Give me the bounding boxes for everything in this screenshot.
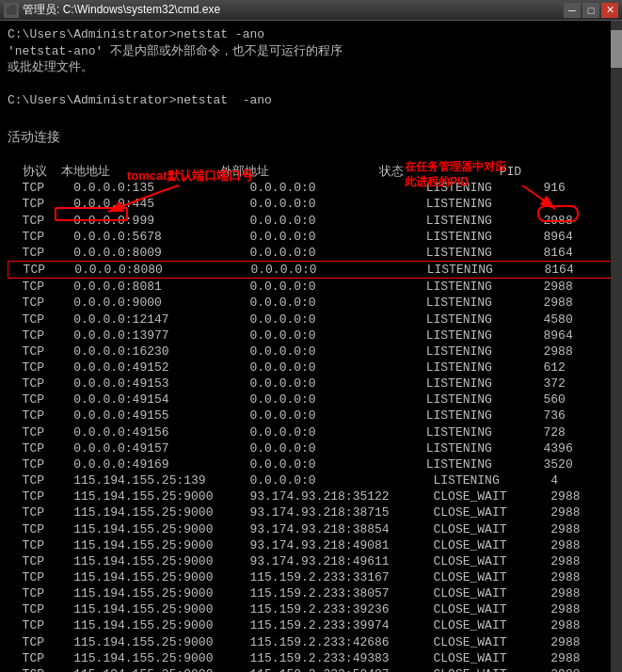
table-row: TCP 0.0.0.0:16230 0.0.0.0:0 LISTENING 29… xyxy=(8,344,614,360)
table-row: TCP 0.0.0.0:9000 0.0.0.0:0 LISTENING 298… xyxy=(8,295,614,311)
table-row: TCP 0.0.0.0:49156 0.0.0.0:0 LISTENING 72… xyxy=(8,424,614,440)
cmd-error-1: 'netstat-ano' 不是内部或外部命令，也不是可运行的程序 xyxy=(8,43,614,60)
scrollbar-thumb[interactable] xyxy=(611,30,622,68)
table-row: TCP 115.194.155.25:9000 93.174.93.218:35… xyxy=(8,488,614,504)
table-row: TCP 0.0.0.0:49169 0.0.0.0:0 LISTENING 35… xyxy=(8,456,614,472)
table-row: TCP 115.194.155.25:9000 93.174.93.218:49… xyxy=(8,537,614,553)
window-title: 管理员: C:\Windows\system32\cmd.exe xyxy=(23,2,220,18)
table-row: TCP 115.194.155.25:9000 93.174.93.218:38… xyxy=(8,521,614,537)
cmd-line-1: C:\Users\Administrator>netstat -ano xyxy=(8,26,614,43)
table-row: TCP 115.194.155.25:139 0.0.0.0:0 LISTENI… xyxy=(8,472,614,488)
cmd-body: C:\Users\Administrator>netstat -ano 'net… xyxy=(0,21,622,672)
title-bar: ⬛ 管理员: C:\Windows\system32\cmd.exe ─ □ ✕ xyxy=(0,0,622,21)
table-row: TCP 115.194.155.25:9000 115.159.2.233:33… xyxy=(8,569,614,585)
title-bar-left: ⬛ 管理员: C:\Windows\system32\cmd.exe xyxy=(4,2,220,18)
table-row: TCP 115.194.155.25:9000 115.159.2.233:50… xyxy=(8,666,614,672)
table-row: TCP 0.0.0.0:49155 0.0.0.0:0 LISTENING 73… xyxy=(8,408,614,424)
table-row: TCP 115.194.155.25:9000 115.159.2.233:38… xyxy=(8,585,614,601)
cmd-icon: ⬛ xyxy=(4,3,19,18)
table-row: TCP 0.0.0.0:12147 0.0.0.0:0 LISTENING 45… xyxy=(8,312,614,328)
maximize-button[interactable]: □ xyxy=(582,3,599,18)
netstat-table: TCP 0.0.0.0:135 0.0.0.0:0 LISTENING 916 … xyxy=(8,180,614,672)
table-row: TCP 115.194.155.25:9000 115.159.2.233:39… xyxy=(8,601,614,617)
table-row: TCP 115.194.155.25:9000 93.174.93.218:38… xyxy=(8,504,614,520)
table-row: TCP 0.0.0.0:49152 0.0.0.0:0 LISTENING 61… xyxy=(8,360,614,376)
active-connections-header: 活动连接 xyxy=(8,129,614,147)
column-header: 协议 本地地址 外部地址 状态 PID xyxy=(8,164,614,181)
table-row: TCP 0.0.0.0:8009 0.0.0.0:0 LISTENING 816… xyxy=(8,245,614,261)
blank-2 xyxy=(8,109,614,126)
close-button[interactable]: ✕ xyxy=(601,3,618,18)
table-row: TCP 0.0.0.0:13977 0.0.0.0:0 LISTENING 89… xyxy=(8,328,614,344)
table-row: TCP 0.0.0.0:999 0.0.0.0:0 LISTENING 2988 xyxy=(8,213,614,229)
blank-3 xyxy=(8,147,614,164)
blank-1 xyxy=(8,76,614,93)
table-row: TCP 115.194.155.25:9000 115.159.2.233:42… xyxy=(8,634,614,650)
title-bar-controls: ─ □ ✕ xyxy=(564,3,618,18)
table-row: TCP 0.0.0.0:49157 0.0.0.0:0 LISTENING 43… xyxy=(8,440,614,456)
table-row: TCP 0.0.0.0:5678 0.0.0.0:0 LISTENING 896… xyxy=(8,229,614,245)
table-row: TCP 0.0.0.0:445 0.0.0.0:0 LISTENING 4 xyxy=(8,196,614,212)
cmd-line-2: C:\Users\Administrator>netstat -ano xyxy=(8,92,614,109)
scrollbar[interactable] xyxy=(611,21,622,672)
table-row: TCP 115.194.155.25:9000 115.159.2.233:39… xyxy=(8,617,614,633)
table-row: TCP 0.0.0.0:8080 0.0.0.0:0 LISTENING 816… xyxy=(8,261,614,279)
table-row: TCP 115.194.155.25:9000 93.174.93.218:49… xyxy=(8,553,614,569)
table-row: TCP 0.0.0.0:49154 0.0.0.0:0 LISTENING 56… xyxy=(8,392,614,408)
table-row: TCP 0.0.0.0:49153 0.0.0.0:0 LISTENING 37… xyxy=(8,376,614,392)
table-row: TCP 0.0.0.0:135 0.0.0.0:0 LISTENING 916 xyxy=(8,180,614,196)
cmd-error-2: 或批处理文件。 xyxy=(8,59,614,76)
minimize-button[interactable]: ─ xyxy=(564,3,581,18)
window: ⬛ 管理员: C:\Windows\system32\cmd.exe ─ □ ✕… xyxy=(0,0,622,672)
table-row: TCP 0.0.0.0:8081 0.0.0.0:0 LISTENING 298… xyxy=(8,279,614,295)
table-row: TCP 115.194.155.25:9000 115.159.2.233:49… xyxy=(8,650,614,666)
